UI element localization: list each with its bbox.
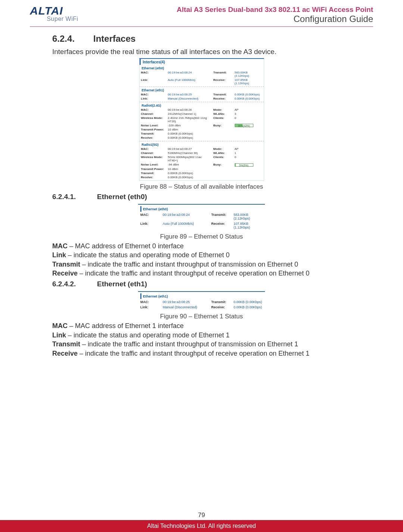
interfaces-panel: Interfaces(4) Ethernet (eth0) MAC: 00:19… (139, 58, 264, 181)
figure-88-caption: Figure 88 – Status of all available inte… (52, 183, 351, 191)
desc2-mac-b: MAC (52, 322, 68, 330)
section-number: 6.2.4. (52, 34, 93, 44)
desc2-tx: – indicate the traffic and instant throu… (80, 340, 298, 348)
desc2-rx-b: Receive (52, 350, 78, 357)
eth1-link-label: Link: (141, 97, 167, 100)
r0-chan-label: Channel: (141, 112, 167, 116)
p2-mac-value: 00:19:be:a3:08:25 (163, 300, 211, 304)
p1-mac-label: MAC: (140, 213, 163, 220)
r0-mode-label: Mode: (213, 108, 234, 111)
desc1-mac: – MAC address of Ethernet 0 interface (68, 242, 184, 250)
desc1-link-b: Link (52, 251, 66, 259)
section-heading: 6.2.4.Interfaces (52, 34, 351, 44)
subsection-2-number: 6.2.4.2. (52, 280, 97, 288)
desc2-link-b: Link (52, 331, 66, 339)
r0-rx-value: 0.00KB (0.00Kbps) (168, 136, 213, 139)
r1-tx-label: Transmit: (141, 171, 167, 175)
eth0-link-value: Auto (Full 1000Mb/s) (168, 78, 213, 85)
p2-rx-label: Receive: (211, 305, 234, 309)
eth1-tx-value: 0.00KB (0.00Kbps) (235, 93, 262, 96)
r1-mode-value: AP (235, 147, 262, 151)
r0-chan-value: 2412MHz(Channel 1) (168, 112, 213, 116)
footer-copyright: Altai Technologies Ltd. All rights reser… (0, 520, 403, 532)
r1-busy-bar: 5%(5%) (235, 163, 253, 167)
r0-wlans-label: WLANs: (213, 112, 234, 116)
logo-text: ALTAI (30, 6, 95, 16)
eth0-status-panel: Ethernet (eth0) MAC: 00:19:be:a3:08:24 T… (138, 204, 265, 232)
p2-tx-label: Transmit: (211, 300, 234, 304)
eth1-description: MAC – MAC address of Ethernet 1 interfac… (52, 322, 351, 358)
eth0-description: MAC – MAC address of Ethernet 0 interfac… (52, 242, 351, 278)
r1-rx-label: Receive: (141, 176, 167, 179)
r1-busy-label: Busy: (213, 163, 234, 166)
desc1-rx-b: Receive (52, 270, 78, 277)
block-title-radio1: Radio1(5G) (141, 142, 262, 147)
subsection-1-title: Ethernet (eth0) (97, 193, 147, 201)
eth1-mac-label: MAC: (141, 93, 167, 96)
r0-wlans-value: 3 (235, 112, 262, 116)
eth1-rx-value: 0.00KB (0.00Kbps) (235, 97, 262, 100)
r0-mode-value: AP (235, 108, 262, 111)
eth1-link-value: Manual (Disconnected) (168, 97, 213, 100)
eth1-mac-value: 00:19:be:a3:08:25 (168, 93, 213, 96)
r1-txpwr-label: Transmit Power: (141, 167, 167, 171)
r1-wmode-value: 5GHz 600Mbps(802.11ac HT40+) (168, 155, 213, 162)
desc2-mac: – MAC address of Ethernet 1 interface (68, 322, 184, 330)
r1-noise-value: -94 dBm (168, 163, 213, 166)
page-header: ALTAI Super WiFi Altai A3 Series Dual-ba… (30, 6, 373, 27)
eth0-panel-title: Ethernet (eth0) (140, 206, 263, 212)
r0-tx-label: Transmit: (141, 132, 167, 135)
r1-mac-value: 00:19:be:a3:08:27 (168, 147, 213, 151)
header-title-line1: Altai A3 Series Dual-band 3x3 802.11 ac … (177, 6, 373, 14)
desc1-link: – indicate the status and operating mode… (66, 251, 229, 259)
interfaces-panel-title: Interfaces(4) (140, 59, 264, 65)
p1-tx-value: 583.00KB (2.12Kbps) (234, 213, 263, 220)
p1-rx-label: Receive: (211, 222, 234, 229)
r1-noise-label: Noise Level: (141, 163, 167, 166)
panel-block-radio0: Radio0(2.4G) MAC: 00:19:be:a3:08:26 Mode… (140, 102, 264, 141)
p1-link-label: Link: (140, 222, 163, 229)
r0-noise-value: -109 dBm (168, 124, 213, 127)
panel-block-eth0: Ethernet (eth0) MAC: 00:19:be:a3:08:24 T… (140, 65, 264, 86)
r1-chan-label: Channel: (141, 151, 167, 155)
r1-mac-label: MAC: (141, 147, 167, 151)
p1-link-value: Auto (Full 1000Mb/s) (163, 222, 211, 229)
r0-txpwr-label: Transmit Power: (141, 128, 167, 131)
block-title-eth0: Ethernet (eth0) (141, 66, 262, 71)
block-title-eth1: Ethernet (eth1) (141, 88, 262, 93)
eth1-panel-title: Ethernet (eth1) (140, 293, 263, 299)
subsection-2-heading: 6.2.4.2.Ethernet (eth1) (52, 280, 351, 288)
eth0-rx-value: 107.85KB (1.12Kbps) (235, 78, 262, 85)
eth0-tx-value: 583.00KB (2.12Kbps) (235, 71, 262, 78)
p1-mac-value: 00:19:be:a3:08:24 (163, 213, 211, 220)
desc2-tx-b: Transmit (52, 340, 80, 348)
section-intro: Interfaces provide the real time status … (52, 48, 351, 56)
r1-clients-label: Clients: (213, 155, 234, 162)
desc2-link: – indicate the status and operating mode… (66, 331, 229, 339)
eth1-status-panel: Ethernet (eth1) MAC: 00:19:be:a3:08:25 T… (138, 291, 265, 311)
r0-busy-label: Busy: (213, 124, 234, 127)
r0-busy-value: 36%(42%) (235, 124, 262, 127)
subsection-2-title: Ethernet (eth1) (97, 280, 147, 288)
r1-txpwr-value: 10 dBm (168, 167, 213, 171)
r1-mode-label: Mode: (213, 147, 234, 151)
desc2-rx: – indicate the traffic and instant throu… (78, 350, 309, 357)
r0-clients-value: 0 (235, 116, 262, 123)
p1-tx-label: Transmit: (211, 213, 234, 220)
eth0-mac-value: 00:19:be:a3:08:24 (168, 71, 213, 78)
desc1-rx: – indicate the traffic and instant throu… (78, 270, 309, 277)
r1-clients-value: 0 (235, 155, 262, 162)
subsection-1-number: 6.2.4.1. (52, 193, 97, 201)
eth1-tx-label: Transmit: (213, 93, 234, 96)
r0-wmode-value: 2.4GHz 216.7Mbps(802.11ng HT20) (168, 116, 213, 123)
desc1-mac-b: MAC (52, 242, 68, 250)
p1-rx-value: 107.85KB (1.12Kbps) (234, 222, 263, 229)
r1-chan-value: 5180MHz(Channel 36) (168, 151, 213, 155)
p2-tx-value: 0.00KB (0.00Kbps) (234, 300, 263, 304)
r0-tx-value: 0.00KB (0.00Kbps) (168, 132, 213, 135)
figure-90-caption: Figure 90 – Ethernet 1 Status (52, 313, 351, 320)
r0-rx-label: Receive: (141, 136, 167, 139)
section-title: Interfaces (93, 34, 135, 44)
eth0-tx-label: Transmit: (213, 71, 234, 78)
subsection-1-heading: 6.2.4.1.Ethernet (eth0) (52, 193, 351, 201)
